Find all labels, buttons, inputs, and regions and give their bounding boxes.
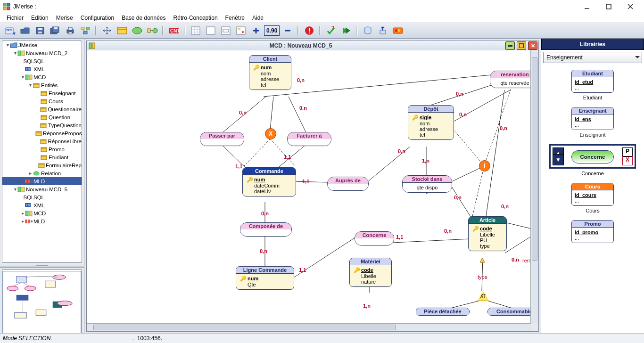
open-icon[interactable] [18,24,32,37]
grid-dot-icon[interactable] [234,24,248,37]
tree-item-sql[interactable]: SQLSQL [2,57,82,65]
run-icon[interactable] [339,24,353,37]
ent-Article[interactable]: Article🔑codeLibellePUtype [468,216,507,251]
tree-item-r-ponsepropos[interactable]: RéponsePropos [2,129,82,137]
zoom-out-icon[interactable] [281,24,295,37]
ent-Client[interactable]: Client🔑numnomadressetel [249,55,291,90]
mdi-close-button[interactable]: ✕ [528,41,537,50]
tree-item-r-ponselibre[interactable]: RéponseLibre [2,137,82,145]
tree-item-promo[interactable]: Promo [2,145,82,153]
assoc-ComposeeDe[interactable]: Composée de [240,222,292,237]
assoc-PasserPar[interactable]: Passer par [200,132,244,146]
menu-fichier[interactable]: Fichier [3,14,27,22]
library-delete-button[interactable]: X [622,156,633,165]
library-nav-down[interactable]: ▼ [553,154,564,165]
zoom-value[interactable]: 0.90 [264,25,280,36]
tree-item-mcd[interactable]: ▾MCD [2,73,82,81]
save-all-icon[interactable] [48,24,62,37]
library-list[interactable]: Etudiantid_etud...EtudiantEnseignantid_e… [541,65,644,334]
tree-item-mld[interactable]: ▸MLD [2,217,82,225]
maximize-button[interactable] [598,0,619,13]
library-entity-etudiant[interactable]: Etudiantid_etud... [571,70,614,93]
new-icon[interactable]: new [3,24,17,37]
constraint-tool-icon[interactable]: CNT [167,24,181,37]
assoc-Concerne[interactable]: Concerne [355,231,394,245]
mdi-minimize-button[interactable] [505,41,515,50]
ent-LigneCommande[interactable]: Ligne Commande🔑numQte [236,266,294,290]
error-check-icon[interactable] [302,24,316,37]
minimize-button[interactable] [576,0,598,13]
tree-item-question[interactable]: Question [2,113,82,121]
tree-item-nouveau-mcd-2[interactable]: ▾Nouveau MCD_2 [2,49,82,57]
minimap[interactable] [2,270,82,342]
association-tool-icon[interactable] [130,24,144,37]
close-button[interactable] [619,0,641,13]
tree-item-typequestion[interactable]: TypeQuestion [2,121,82,129]
tree-item-cours[interactable]: Cours [2,97,82,105]
move-tool-icon[interactable] [100,24,114,37]
diagram-canvas[interactable]: Client🔑numnomadressetelDépôt🔑siglenomadr… [87,50,531,324]
menu-base-de-donnees[interactable]: Base de données [118,14,169,22]
tree-item-enseignant[interactable]: Enseignant [2,89,82,97]
menu-merise[interactable]: Merise [52,14,77,22]
grid-light-icon[interactable] [204,24,218,37]
mdi-titlebar[interactable]: MCD : Nouveau MCD_5 ✕ [87,41,538,51]
vertical-scrollbar[interactable] [530,50,538,324]
tree-item-xml[interactable]: XMLXML [2,201,82,209]
tree-item-nouveau-mcd-5[interactable]: ▾Nouveau MCD_5 [2,185,82,193]
menu-retro-conception[interactable]: Rétro-Conception [170,14,222,22]
cardinality: 0,n [456,91,463,97]
tree-item-mld[interactable]: ▸MLD [2,177,82,185]
link-tool-icon[interactable] [145,24,159,37]
export-icon[interactable] [376,24,390,37]
zoom-in-icon[interactable] [249,24,263,37]
horizontal-splitter[interactable] [0,265,84,268]
tree-item-sql[interactable]: SQLSQL [2,193,82,201]
svg-rect-31 [169,28,179,33]
grid-rect-icon[interactable] [219,24,233,37]
project-tree[interactable]: ▾JMerise▾Nouveau MCD_2SQLSQLXMLXML▾MCD▾E… [2,41,82,263]
library-relation-pill[interactable]: Concerne [571,150,614,163]
validate-icon[interactable]: ? [324,24,338,37]
autolayout-icon[interactable] [78,24,92,37]
constraint-X[interactable]: X [265,128,276,139]
svg-rect-47 [380,30,386,34]
assoc-StockeDans[interactable]: Stocké dansqte dispo [402,175,452,193]
save-icon[interactable] [33,24,47,37]
horizontal-scrollbar[interactable] [87,323,531,331]
entity-PieceDetachee[interactable]: Pièce détachée [416,308,470,316]
library-p-button[interactable]: P [622,147,633,157]
tree-item-jmerise[interactable]: ▾JMerise [2,41,82,49]
menu-fenetre[interactable]: Fenêtre [222,14,248,22]
menu-aide[interactable]: Aide [248,14,267,22]
library-entity-enseignant[interactable]: Enseignantid_ens... [571,107,614,130]
assoc-Reservation[interactable]: reservationqte reservée [490,71,531,88]
assoc-AupresDe[interactable]: Auprès de [327,177,369,191]
tree-item-relation[interactable]: ▸Relation [2,169,82,177]
library-relation-selected[interactable]: ▲PConcerne▼X [549,144,636,169]
tree-item-mcd[interactable]: ▸MCD [2,209,82,217]
ent-Depot[interactable]: Dépôt🔑siglenomadressetel [408,105,454,140]
ent-Commande[interactable]: Commande🔑numdateCommdateLiv [242,167,296,196]
menu-configuration[interactable]: Configuration [77,14,118,22]
card-icon[interactable] [391,24,405,37]
library-entity-promo[interactable]: Promoid_promo... [571,220,614,243]
constraint-I[interactable]: I [479,160,490,172]
tree-item-entit-s[interactable]: ▾Entités [2,81,82,89]
database-icon[interactable] [361,24,375,37]
tree-item-etudiant[interactable]: Etudiant [2,153,82,161]
ent-Materiel[interactable]: Matériel🔑codeLibellenature [349,258,392,287]
tree-item-questionnaire[interactable]: Questionnaire [2,105,82,113]
tree-item-xml[interactable]: XMLXML [2,65,82,73]
library-dropdown[interactable]: Enseignement [543,52,642,63]
tree-item-formulairerep[interactable]: FormulaireRep [2,161,82,169]
entity-tool-icon[interactable] [115,24,129,37]
library-entity-cours[interactable]: Coursid_cours... [571,183,614,206]
svg-rect-65 [41,115,47,120]
assoc-FacturerA[interactable]: Facturer à [287,132,331,146]
grid-none-icon[interactable] [189,24,203,37]
menu-edition[interactable]: Edition [27,14,52,22]
mdi-maximize-button[interactable] [517,41,526,50]
entity-Consommable[interactable]: Consommable [487,308,531,316]
print-icon[interactable] [63,24,77,37]
